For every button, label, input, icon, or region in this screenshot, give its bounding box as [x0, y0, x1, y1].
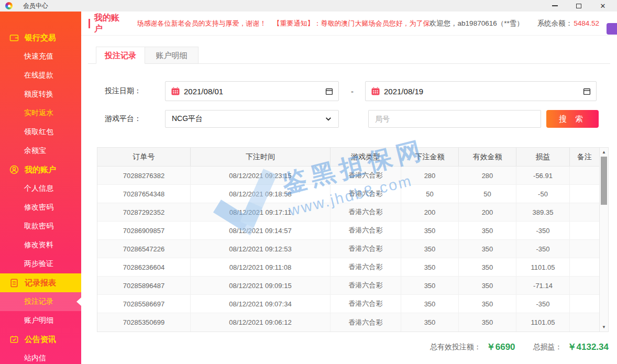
sidebar-item[interactable]: 实时返水	[0, 104, 81, 123]
table-cell: 08/12/2021 09:06:12	[191, 313, 330, 332]
sidebar-item[interactable]: 两步验证	[0, 255, 81, 273]
scrollbar-thumb[interactable]	[601, 157, 607, 205]
table-header-cell: 订单号	[97, 148, 191, 166]
table-cell: 70286236604	[97, 258, 191, 276]
sidebar-item[interactable]: 站内信	[0, 349, 81, 364]
sidebar-section-header[interactable]: 我的账户	[0, 160, 81, 179]
search-button[interactable]: 搜 索	[546, 110, 599, 128]
sidebar-section-header[interactable]: 记录报表	[0, 273, 81, 292]
sidebar: 银行交易快速充值在线提款额度转换实时返水领取红包余额宝我的账户个人信息修改密码取…	[0, 12, 81, 364]
table-row[interactable]: 7028623660408/12/2021 09:11:08香港六合彩35035…	[97, 258, 599, 277]
table-row[interactable]: 7028654722608/12/2021 09:12:53香港六合彩35035…	[97, 240, 599, 258]
table-cell: 70287292352	[97, 203, 191, 221]
window-title: 会员中心	[23, 2, 48, 10]
sidebar-item[interactable]: 个人信息	[0, 179, 81, 198]
datepicker-icon[interactable]	[325, 87, 333, 95]
sidebar-item-label: 公告资讯	[25, 335, 56, 345]
table-cell: -350	[516, 222, 570, 239]
filters-panel: 投注日期： 2021/08/01 -	[81, 81, 617, 128]
table-row[interactable]: 7028535069908/12/2021 09:06:12香港六合彩35035…	[97, 313, 599, 332]
table-row[interactable]: 7028827638208/12/2021 09:23:15香港六合彩28028…	[97, 167, 599, 185]
welcome-text: 欢迎您，ab19870616（**雪）	[429, 19, 524, 28]
minimize-button[interactable]	[549, 1, 560, 10]
table-cell: 香港六合彩	[330, 222, 401, 239]
maximize-button[interactable]	[573, 1, 585, 10]
balance-label: 系统余额：	[537, 19, 573, 28]
table-cell: -350	[516, 295, 570, 313]
app-logo-icon	[5, 2, 13, 9]
sidebar-item[interactable]: 领取红包	[0, 123, 81, 141]
table-row[interactable]: 7028558669708/12/2021 09:07:34香港六合彩35035…	[97, 295, 599, 313]
sidebar-item[interactable]: 快速充值	[0, 47, 81, 66]
maximize-icon	[576, 4, 581, 8]
table-cell: 香港六合彩	[330, 295, 401, 313]
table-cell	[570, 258, 599, 276]
page-title: 我的账户	[94, 13, 126, 35]
platform-select[interactable]: NCG平台	[165, 110, 339, 128]
table-cell: 280	[401, 167, 459, 184]
tab-inactive[interactable]: 账户明细	[145, 47, 199, 64]
total-profit-label: 总损益：	[533, 343, 563, 352]
balance-value: 5484.52	[574, 19, 599, 27]
table-header-cell: 下注金额	[401, 148, 459, 166]
floating-widget[interactable]	[607, 23, 617, 35]
tab-active[interactable]: 投注记录	[96, 47, 145, 64]
sidebar-item[interactable]: 在线提款	[0, 66, 81, 85]
sidebar-item-label: 个人信息	[24, 184, 53, 193]
sidebar-section-header[interactable]: 公告资讯	[0, 330, 81, 349]
table-header-row: 订单号下注时间游戏类型下注金额有效金额损益备注	[97, 148, 599, 167]
round-number-input[interactable]	[368, 110, 541, 128]
table-cell: 08/12/2021 09:23:15	[191, 167, 330, 184]
table-cell: 50	[401, 185, 459, 203]
scroll-up-arrow[interactable]: ▲	[600, 148, 608, 156]
sidebar-item[interactable]: 投注记录	[0, 292, 81, 311]
bet-date-label: 投注日期：	[105, 86, 165, 96]
title-accent-bar	[89, 19, 90, 28]
close-button[interactable]: ✕	[597, 1, 609, 10]
sidebar-section-header[interactable]: 银行交易	[0, 28, 81, 47]
sidebar-item[interactable]: 修改资料	[0, 236, 81, 255]
sidebar-item[interactable]: 额度转换	[0, 85, 81, 104]
table-cell: 香港六合彩	[330, 185, 401, 203]
table-cell: 350	[459, 240, 516, 258]
table-row[interactable]: 7028690985708/12/2021 09:14:57香港六合彩35035…	[97, 222, 599, 240]
table-header-cell: 有效金额	[459, 148, 516, 166]
date-from-input[interactable]: 2021/08/01	[165, 81, 339, 101]
table-cell: 350	[401, 222, 459, 239]
sidebar-item-label: 记录报表	[25, 278, 56, 288]
scroll-down-arrow[interactable]: ▼	[600, 323, 608, 331]
table-row[interactable]: 7028765434808/12/2021 09:18:58香港六合彩5050-…	[97, 185, 599, 203]
sidebar-item-label: 两步验证	[24, 259, 53, 269]
table-cell	[570, 295, 599, 313]
notice-marquee: 场感谢各位新老会员的支持与厚爱，谢谢！ 【重要通知】：尊敬的澳门大赌场会员您好，…	[137, 19, 429, 28]
table-cell	[570, 185, 599, 203]
table-cell: 70285896487	[97, 277, 191, 294]
sidebar-item[interactable]: 修改密码	[0, 198, 81, 217]
bet-records-table: 订单号下注时间游戏类型下注金额有效金额损益备注 7028827638208/12…	[97, 147, 609, 332]
close-icon: ✕	[600, 3, 606, 9]
table-scrollbar[interactable]: ▲ ▼	[599, 148, 608, 332]
table-row[interactable]: 7028589648708/12/2021 09:09:15香港六合彩35035…	[97, 277, 599, 295]
sidebar-item-label: 修改资料	[24, 240, 53, 250]
table-cell: 350	[401, 258, 459, 276]
sidebar-item-label: 取款密码	[24, 222, 53, 231]
date-to-input[interactable]: 2021/08/19	[365, 81, 597, 101]
table-cell: 350	[401, 313, 459, 332]
table-row[interactable]: 7028729235208/12/2021 09:17:11香港六合彩20020…	[97, 203, 599, 222]
date-to-value: 2021/08/19	[384, 87, 423, 96]
table-body: 7028827638208/12/2021 09:23:15香港六合彩28028…	[97, 167, 599, 332]
table-cell: 50	[459, 185, 516, 203]
table-cell: 香港六合彩	[330, 258, 401, 276]
sidebar-item[interactable]: 取款密码	[0, 217, 81, 236]
sidebar-item-label: 修改密码	[24, 203, 53, 212]
table-header-cell: 损益	[516, 148, 570, 166]
sidebar-item[interactable]: 账户明细	[0, 311, 81, 330]
table-cell	[570, 240, 599, 258]
report-icon	[9, 278, 19, 288]
table-cell	[570, 167, 599, 184]
sidebar-item[interactable]: 余额宝	[0, 141, 81, 160]
datepicker-icon[interactable]	[583, 87, 591, 95]
announcement-icon	[9, 334, 19, 345]
minimize-icon	[552, 5, 558, 6]
window-titlebar: 会员中心 ✕	[0, 0, 617, 12]
